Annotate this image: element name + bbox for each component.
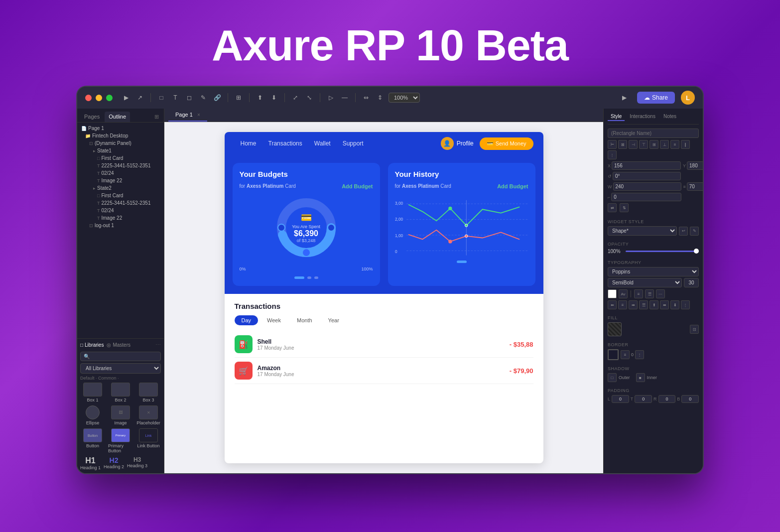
align-bottom[interactable]: ⬇	[268, 92, 279, 103]
align-center-v[interactable]: ⊞	[650, 140, 658, 149]
nav-support[interactable]: Support	[337, 132, 370, 155]
font-family-select[interactable]: Poppins	[608, 267, 699, 276]
shadow-outer-icon[interactable]: □	[608, 373, 617, 382]
more-align[interactable]: ⋮	[608, 150, 617, 159]
page-tab-1[interactable]: Page 1 ×	[168, 109, 207, 122]
lib-menu-icon[interactable]: ⋯	[155, 342, 161, 348]
align-left[interactable]: ⊢	[608, 140, 617, 149]
zoom-fit[interactable]: ⤡	[304, 92, 315, 103]
txn-tab-month[interactable]: Month	[290, 315, 319, 325]
right-tab-style[interactable]: Style	[608, 113, 625, 121]
shape-tool[interactable]: ◻	[184, 92, 195, 103]
outline-cardnum2[interactable]: T 2225-3441-5152-2351	[79, 199, 162, 207]
pad-b-input[interactable]	[681, 395, 699, 403]
play-icon[interactable]: ▷	[325, 92, 336, 103]
distribute-h-btn[interactable]: ≡	[670, 140, 679, 149]
component-box3[interactable]: Box 3	[136, 383, 161, 402]
border-type[interactable]: ≡	[621, 350, 630, 359]
right-tab-notes[interactable]: Notes	[660, 113, 679, 121]
heading3-item[interactable]: H3 Heading 3	[127, 456, 147, 470]
widget-reset[interactable]: ↩	[679, 227, 688, 236]
component-ellipse[interactable]: Ellipse	[80, 405, 105, 425]
minus-icon[interactable]: —	[339, 92, 350, 103]
nav-transactions[interactable]: Transactions	[262, 132, 308, 155]
txn-tab-week[interactable]: Week	[260, 315, 288, 325]
rectangle-tool[interactable]: □	[156, 92, 167, 103]
minimize-button[interactable]	[96, 95, 102, 101]
align-center-text[interactable]: ≡	[618, 300, 627, 309]
component-link-button[interactable]: Link Link Button	[136, 428, 161, 453]
fill-type-icon[interactable]: ⊡	[690, 325, 699, 334]
text-align-2[interactable]: ☰	[645, 289, 654, 298]
history-add-budget[interactable]: Add Budget	[497, 183, 528, 189]
outline-dynpanel[interactable]: ⊡ (Dynamic Panel)	[79, 139, 162, 147]
outline-state1[interactable]: ▸ State1	[79, 147, 162, 154]
pad-r-input[interactable]	[658, 395, 676, 403]
play-preview[interactable]: ▶	[619, 92, 630, 103]
send-money-button[interactable]: 💳 Send Money	[480, 137, 533, 150]
grid-tool[interactable]: ⊞	[233, 92, 244, 103]
outline-date2[interactable]: T 02/24	[79, 207, 162, 214]
profile-name[interactable]: Profile	[457, 140, 474, 147]
widget-style-select[interactable]: Shape*	[608, 226, 677, 236]
outline-date1[interactable]: T 02/24	[79, 169, 162, 177]
rotation-input[interactable]	[613, 172, 681, 180]
widget-edit[interactable]: ✎	[690, 227, 699, 236]
tab-libraries[interactable]: □ Libraries	[80, 342, 104, 348]
page-tab-close[interactable]: ×	[197, 112, 200, 118]
flip-h-btn[interactable]: ⇄	[608, 203, 617, 212]
align-left-text[interactable]: ⬅	[608, 300, 617, 309]
component-box2[interactable]: Box 2	[108, 383, 133, 402]
user-avatar[interactable]: L	[681, 91, 695, 105]
distribute-v-btn[interactable]: ∥	[681, 140, 690, 149]
h-input[interactable]	[687, 182, 703, 191]
pad-t-input[interactable]	[635, 395, 652, 403]
tab-pages[interactable]: Pages	[80, 112, 104, 122]
component-placeholder[interactable]: ✕ Placeholder	[136, 405, 161, 425]
zoom-in[interactable]: ⤢	[290, 92, 301, 103]
nav-home[interactable]: Home	[235, 132, 262, 155]
component-box1[interactable]: Box 1	[80, 383, 105, 402]
border-more[interactable]: ⋮	[635, 350, 644, 359]
valign-bottom[interactable]: ⬇	[670, 300, 679, 309]
arrow-tool[interactable]: ↗	[134, 92, 145, 103]
component-button[interactable]: Button Button	[80, 428, 105, 453]
text-align-3[interactable]: ⋯	[656, 289, 665, 298]
select-tool[interactable]: ▶	[121, 92, 131, 103]
library-dropdown[interactable]: All Libraries	[80, 363, 161, 374]
text-tool[interactable]: T	[170, 92, 181, 103]
outline-settings[interactable]: ⊞	[152, 112, 161, 122]
tab-masters[interactable]: ◎ Masters	[107, 342, 130, 348]
distribute-h[interactable]: ⇔	[361, 92, 372, 103]
zoom-select[interactable]: 100%	[389, 93, 420, 103]
pen-tool[interactable]: ✎	[198, 92, 209, 103]
align-top[interactable]: ⬆	[255, 92, 265, 103]
outline-firstcard1[interactable]: □ First Card	[79, 154, 162, 162]
txn-tab-year[interactable]: Year	[321, 315, 346, 325]
font-weight-select[interactable]: SemiBold	[608, 278, 682, 287]
add-budget-link[interactable]: Add Budget	[342, 183, 373, 189]
element-name-input[interactable]	[608, 129, 699, 138]
outline-state2[interactable]: ▸ State2	[79, 184, 162, 192]
txn-tab-day[interactable]: Day	[235, 315, 259, 325]
outline-page1[interactable]: 📄 Page 1	[79, 125, 162, 132]
nav-wallet[interactable]: Wallet	[308, 132, 337, 155]
text-color-swatch[interactable]	[608, 289, 617, 298]
font-size-input[interactable]	[684, 278, 699, 287]
outline-fintech[interactable]: 📁 Fintech Desktop	[79, 132, 162, 139]
outline-cardnum1[interactable]: T 2225-3441-5152-2351	[79, 162, 162, 169]
canvas-area[interactable]: Home Transactions Wallet Support 👤 Profi…	[164, 122, 603, 473]
fill-swatch[interactable]	[608, 322, 622, 336]
valign-top[interactable]: ⬆	[650, 300, 658, 309]
distribute-v[interactable]: ⇕	[375, 92, 386, 103]
right-tab-interactions[interactable]: Interactions	[627, 113, 658, 121]
heading1-item[interactable]: H1 Heading 1	[80, 456, 101, 470]
align-bottom-btn[interactable]: ⊥	[660, 140, 669, 149]
maximize-button[interactable]	[106, 95, 113, 101]
align-top-btn[interactable]: ⊤	[639, 140, 648, 149]
outline-image1[interactable]: T Image 22	[79, 177, 162, 184]
text-align-1[interactable]: ≡	[634, 289, 643, 298]
valign-middle[interactable]: ⬌	[660, 300, 669, 309]
text-more[interactable]: ⋮	[681, 300, 690, 309]
tab-outline[interactable]: Outline	[105, 112, 130, 122]
